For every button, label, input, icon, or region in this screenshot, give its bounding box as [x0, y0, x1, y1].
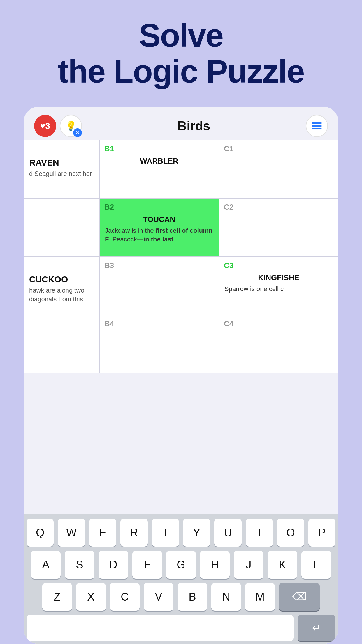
- cell-c3-subtext: Sparrow is one cell c: [224, 285, 333, 293]
- key-f[interactable]: F: [132, 551, 162, 579]
- key-w[interactable]: W: [58, 519, 85, 547]
- cell-c2[interactable]: C2: [219, 198, 338, 257]
- key-b[interactable]: B: [178, 583, 207, 611]
- cell-c3-word: KINGFISHE: [224, 273, 333, 282]
- left-cell-row1: RAVEN d Seagull are next her: [24, 140, 99, 198]
- cell-b2-word: TOUCAN: [105, 215, 213, 224]
- hearts-badge: ♥ 3: [34, 115, 56, 137]
- cell-c4[interactable]: C4: [219, 315, 338, 373]
- left-row1-text: d Seagull are next her: [29, 169, 94, 178]
- keyboard-row-1: Q W E R T Y U I O P: [27, 519, 335, 547]
- key-s[interactable]: S: [65, 551, 94, 579]
- left-row3-text: hawk are along two diagonals from this: [29, 286, 94, 303]
- return-icon: ↵: [312, 622, 321, 634]
- key-t[interactable]: T: [152, 519, 179, 547]
- left-row3-title: CUCKOO: [29, 274, 94, 284]
- delete-icon: ⌫: [292, 591, 307, 603]
- key-e[interactable]: E: [89, 519, 116, 547]
- menu-button[interactable]: [306, 115, 328, 137]
- left-cell-row4: [24, 315, 99, 373]
- cell-b1-word: WARBLER: [105, 157, 213, 166]
- cell-c4-label: C4: [224, 319, 233, 328]
- keyboard-row-3: Z X C V B N M ⌫: [27, 583, 335, 611]
- left-cell-row3: CUCKOO hawk are along two diagonals from…: [24, 257, 99, 315]
- cell-c1[interactable]: C1: [219, 140, 338, 198]
- key-j[interactable]: J: [234, 551, 263, 579]
- key-a[interactable]: A: [31, 551, 61, 579]
- grid: RAVEN d Seagull are next her B1 WARBLER …: [24, 140, 338, 373]
- return-button[interactable]: ↵: [298, 615, 335, 641]
- text-input[interactable]: [27, 615, 294, 641]
- heart-icon: ♥: [40, 121, 45, 131]
- cell-b4-label: B4: [104, 319, 114, 328]
- menu-icon: [312, 123, 322, 130]
- key-p[interactable]: P: [308, 519, 335, 547]
- key-m[interactable]: M: [245, 583, 275, 611]
- key-h[interactable]: H: [200, 551, 230, 579]
- puzzle-title: Birds: [82, 119, 306, 133]
- cell-c3[interactable]: C3 KINGFISHE Sparrow is one cell c: [219, 257, 338, 315]
- key-n[interactable]: N: [211, 583, 241, 611]
- cell-b4[interactable]: B4: [99, 315, 219, 373]
- key-y[interactable]: Y: [183, 519, 210, 547]
- key-v[interactable]: V: [144, 583, 173, 611]
- menu-line-1: [312, 123, 322, 124]
- cell-b3-label: B3: [104, 261, 114, 270]
- app-card: ♥ 3 💡 3 Birds RAVEN: [24, 107, 338, 644]
- hero-line1: Solve: [139, 17, 223, 54]
- left-row1-title: RAVEN: [29, 158, 94, 168]
- cell-b1-label: B1: [104, 144, 114, 153]
- cell-c1-label: C1: [224, 144, 233, 153]
- delete-button[interactable]: ⌫: [279, 583, 320, 611]
- heart-count: 3: [45, 121, 50, 131]
- key-c[interactable]: C: [110, 583, 140, 611]
- keyboard: Q W E R T Y U I O P A S D F G H J K L Z …: [24, 514, 338, 644]
- menu-line-2: [312, 125, 322, 127]
- key-o[interactable]: O: [277, 519, 304, 547]
- app-header: ♥ 3 💡 3 Birds: [24, 107, 338, 140]
- hero-title: Solve the Logic Puzzle: [58, 18, 304, 89]
- cell-b2-label: B2: [104, 203, 114, 212]
- key-i[interactable]: I: [246, 519, 273, 547]
- cell-c2-label: C2: [224, 203, 233, 212]
- key-r[interactable]: R: [120, 519, 147, 547]
- key-q[interactable]: Q: [27, 519, 54, 547]
- cell-b1[interactable]: B1 WARBLER: [99, 140, 219, 198]
- cell-b2[interactable]: B2 TOUCAN Jackdaw is in the first cell o…: [99, 198, 219, 257]
- key-k[interactable]: K: [268, 551, 297, 579]
- keyboard-row-2: A S D F G H J K L: [27, 551, 335, 579]
- cell-b3[interactable]: B3: [99, 257, 219, 315]
- key-z[interactable]: Z: [42, 583, 72, 611]
- key-d[interactable]: D: [99, 551, 128, 579]
- hint-count: 3: [73, 128, 82, 137]
- menu-line-3: [312, 128, 322, 130]
- cell-b2-subtext: Jackdaw is in the first cell of column F…: [105, 226, 213, 244]
- left-cell-row2: [24, 198, 99, 257]
- hint-badge-container: 💡 3: [60, 115, 82, 137]
- hero-line2: the Logic Puzzle: [58, 53, 304, 90]
- key-x[interactable]: X: [76, 583, 106, 611]
- key-l[interactable]: L: [301, 551, 331, 579]
- keyboard-input-row: ↵: [27, 615, 335, 641]
- key-u[interactable]: U: [214, 519, 241, 547]
- key-g[interactable]: G: [166, 551, 196, 579]
- cell-c3-label: C3: [224, 261, 233, 270]
- header-left: ♥ 3 💡 3: [34, 115, 82, 137]
- grid-container: RAVEN d Seagull are next her B1 WARBLER …: [24, 140, 338, 514]
